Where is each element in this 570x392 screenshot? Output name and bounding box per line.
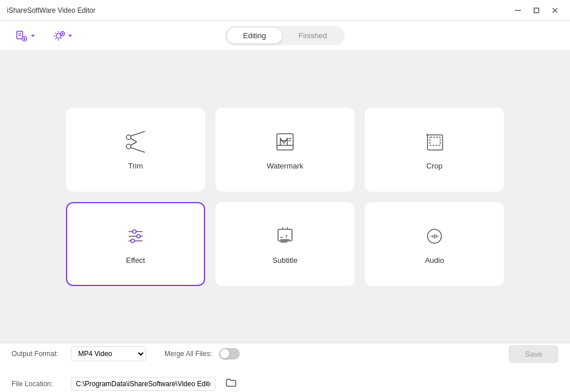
settings-chevron — [67, 33, 73, 39]
svg-point-29 — [133, 230, 136, 233]
effect-icon — [123, 224, 148, 249]
close-button[interactable] — [547, 2, 563, 19]
tab-editing[interactable]: Editing — [227, 28, 283, 43]
window-controls — [510, 2, 563, 19]
tab-toggle: Editing Finished — [225, 26, 345, 45]
file-location-input[interactable] — [71, 377, 215, 391]
audio-icon — [422, 224, 447, 249]
footer: Output Format: MP4 Video Merge All Files… — [0, 343, 570, 392]
merge-toggle[interactable] — [219, 348, 240, 360]
trim-label: Trim — [128, 162, 143, 170]
svg-point-17 — [126, 144, 131, 149]
footer-row-1: Output Format: MP4 Video Merge All Files… — [12, 345, 558, 363]
svg-rect-1 — [534, 8, 539, 13]
svg-point-31 — [137, 235, 140, 238]
app-title: iShareSoftWare Video Editor — [7, 6, 96, 14]
card-effect[interactable]: Effect — [66, 202, 205, 286]
svg-point-33 — [131, 239, 134, 243]
card-trim[interactable]: Trim — [66, 108, 205, 192]
footer-row-2: File Location: — [12, 377, 558, 391]
minimize-button[interactable] — [510, 2, 526, 19]
svg-marker-10 — [31, 35, 35, 37]
watermark-label: Watermark — [266, 162, 303, 170]
card-crop[interactable]: Crop — [365, 108, 504, 192]
title-bar-left: iShareSoftWare Video Editor — [7, 6, 96, 14]
svg-point-16 — [126, 135, 131, 140]
footer-right: Save — [509, 345, 558, 363]
svg-point-11 — [56, 34, 61, 38]
crop-label: Crop — [426, 162, 443, 170]
merge-files-label: Merge All Files: — [165, 350, 212, 358]
card-audio[interactable]: Audio — [365, 202, 504, 286]
maximize-button[interactable] — [528, 2, 545, 19]
svg-rect-27 — [430, 137, 440, 145]
svg-line-18 — [131, 131, 145, 136]
trim-icon — [123, 129, 148, 155]
svg-text:T: T — [285, 234, 288, 240]
title-bar: iShareSoftWare Video Editor — [0, 0, 570, 21]
card-subtitle[interactable]: T Subtitle — [215, 202, 355, 286]
subtitle-label: Subtitle — [272, 256, 297, 265]
file-location-label: File Location: — [12, 380, 64, 388]
svg-marker-15 — [68, 35, 72, 37]
output-format-label: Output Format: — [12, 350, 64, 358]
crop-icon — [422, 129, 447, 155]
save-button[interactable]: Save — [509, 345, 558, 363]
subtitle-icon: T — [272, 224, 298, 249]
audio-label: Audio — [425, 256, 444, 265]
watermark-icon — [272, 129, 298, 155]
effect-label: Effect — [126, 256, 145, 265]
feature-grid: Trim Watermark — [66, 108, 504, 286]
main-content: Trim Watermark — [0, 51, 570, 343]
toolbar-left — [9, 26, 79, 46]
svg-line-19 — [131, 148, 145, 152]
browse-folder-button[interactable] — [222, 377, 240, 391]
add-file-button[interactable] — [9, 26, 42, 46]
add-file-chevron — [30, 33, 36, 39]
settings-button[interactable] — [46, 26, 79, 46]
output-format-select[interactable]: MP4 Video — [71, 346, 146, 361]
toolbar: Editing Finished — [0, 21, 570, 51]
card-watermark[interactable]: Watermark — [215, 108, 355, 192]
svg-line-21 — [131, 142, 137, 145]
tab-finished[interactable]: Finished — [282, 28, 343, 43]
svg-line-20 — [131, 138, 137, 142]
